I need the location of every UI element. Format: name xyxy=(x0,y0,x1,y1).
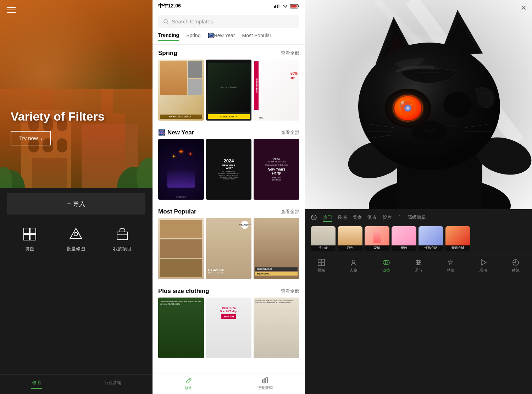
play-tool-icon xyxy=(480,259,487,266)
svg-rect-74 xyxy=(322,263,325,266)
left-bottom-section: + 导入 拼图 xyxy=(0,188,153,394)
template-card[interactable]: 2024 NEW YEAR PARTY DECEMBER 31 WITH SPE… xyxy=(206,139,252,200)
filter-flower-stalk[interactable]: 花椿 xyxy=(365,226,389,251)
filter-tab-none[interactable] xyxy=(311,213,317,222)
adjust-tool-icon xyxy=(415,259,422,266)
svg-rect-72 xyxy=(322,259,325,262)
filter-tab-retro[interactable]: 复古 xyxy=(367,213,377,222)
tool-stickers-label: 贴纸 xyxy=(512,268,520,273)
template-card[interactable]: ✦ ✦ ✦ Crowd scene xyxy=(158,139,204,200)
template-card[interactable]: 2024 HAPPY NEW YEAR Please Join Us To Ce… xyxy=(254,139,299,200)
filter-tab-food[interactable]: 美食 xyxy=(353,213,362,222)
filter-tool-icon xyxy=(382,259,390,266)
search-icon xyxy=(163,19,169,24)
spring-view-all[interactable]: 查看全部 xyxy=(281,50,299,56)
tab-newyear[interactable]: 🎆New Year xyxy=(208,32,235,41)
svg-rect-9 xyxy=(32,158,67,188)
batch-edit-action[interactable]: 批量修图 xyxy=(67,225,85,252)
template-card[interactable]: Fashion Model SPRING SALE ↗ xyxy=(206,60,252,121)
template-card[interactable]: +50%OFF UT JACKET WINTER EDITION xyxy=(206,218,252,279)
svg-marker-18 xyxy=(70,228,82,238)
nav-industry[interactable]: 行业营销 xyxy=(104,380,121,389)
spring-section-title: Spring xyxy=(158,50,177,57)
mid-nav-edit[interactable]: 修图 xyxy=(185,377,193,390)
tool-filter[interactable]: 滤镜 xyxy=(382,259,390,273)
svg-point-75 xyxy=(352,260,355,263)
left-bottom-nav: 修图 行业营销 xyxy=(0,374,153,394)
industry-nav-icon xyxy=(261,377,268,384)
filter-label: 怦然心动 xyxy=(419,245,443,251)
hero-title: Variety of Filters xyxy=(11,109,105,124)
tool-play[interactable]: 玩法 xyxy=(480,259,487,273)
template-card[interactable]: Plus Size · Special Today! · 20% Off xyxy=(206,298,252,359)
collage-icon xyxy=(21,225,39,243)
svg-point-19 xyxy=(74,232,78,236)
popular-section-title: Most Popular xyxy=(158,208,196,215)
template-card[interactable]: SPRING SALE 25% OFF xyxy=(158,60,204,121)
right-panel: ✕ 热门 质感 美食 复古 胶片 xyxy=(305,0,532,394)
bottom-tools-row: 模板 人像 滤镜 xyxy=(305,255,532,277)
filter-tab-quality[interactable]: 质感 xyxy=(338,213,347,222)
no-filter-icon xyxy=(311,214,317,221)
plus-view-all[interactable]: 查看全部 xyxy=(281,288,299,294)
batch-edit-icon xyxy=(67,225,85,243)
tool-portrait[interactable]: 人像 xyxy=(350,259,358,273)
filter-love-city[interactable]: 爱乐之城 xyxy=(445,226,470,251)
left-panel: Variety of Filters Try now › + 导入 xyxy=(0,0,153,394)
tool-portrait-label: 人像 xyxy=(350,268,358,273)
svg-line-30 xyxy=(167,23,168,24)
nav-industry-label: 行业营销 xyxy=(104,380,121,386)
hamburger-menu-icon[interactable] xyxy=(7,7,16,13)
filter-label: 爱乐之城 xyxy=(445,245,470,251)
filter-original[interactable]: 原色 xyxy=(338,226,362,251)
filter-label: 冷白皮 xyxy=(311,245,336,251)
filter-tab-film[interactable]: 胶片 xyxy=(382,213,392,222)
svg-rect-34 xyxy=(266,378,267,383)
svg-rect-22 xyxy=(274,6,275,8)
popular-template-grid: +50%OFF UT JACKET WINTER EDITION TRENCH … xyxy=(158,218,299,279)
discount-badge: +50%OFF xyxy=(241,221,249,229)
nav-edit-underline xyxy=(31,388,42,389)
plus-template-grid: This outfit is made for women with large… xyxy=(158,298,299,359)
tab-spring[interactable]: Spring xyxy=(186,32,200,41)
filter-tab-self[interactable]: 自 xyxy=(397,213,402,222)
hero-banner: Variety of Filters Try now › xyxy=(0,0,153,188)
tool-effects[interactable]: 特效 xyxy=(447,259,455,273)
popular-view-all[interactable]: 查看全部 xyxy=(281,209,299,215)
newyear-view-all[interactable]: 查看全部 xyxy=(281,129,299,136)
filter-heartbeat[interactable]: 怦然心动 xyxy=(419,226,443,251)
template-card[interactable]: SPRING FASHION 50%OFF DISC. xyxy=(254,60,299,121)
projects-label: 我的项目 xyxy=(113,246,132,252)
collage-label: 拼图 xyxy=(25,246,34,252)
template-card[interactable]: Unlock Your Style with Plus Size Fashion… xyxy=(254,298,299,359)
try-now-label: Try now xyxy=(19,135,38,141)
newyear-section-header: 🎆 New Year 查看全部 xyxy=(158,124,299,139)
filter-tab-trending[interactable]: 热门 xyxy=(323,213,332,222)
close-button[interactable]: ✕ xyxy=(521,4,527,12)
tab-trending[interactable]: Trending xyxy=(158,32,179,41)
filter-cherry-pink[interactable]: 樱粉 xyxy=(392,226,416,251)
search-bar[interactable]: Search templates xyxy=(158,15,299,28)
template-card[interactable]: TRENCH COAT SHOP NOW › xyxy=(254,218,299,279)
effects-tool-icon xyxy=(447,259,455,266)
mid-nav-edit-label: 修图 xyxy=(185,385,193,390)
filter-cold-white[interactable]: 冷白皮 xyxy=(311,226,336,251)
mid-nav-industry[interactable]: 行业营销 xyxy=(257,377,273,390)
spring-section-header: Spring 查看全部 xyxy=(158,45,299,60)
import-button[interactable]: + 导入 xyxy=(7,193,145,215)
try-now-button[interactable]: Try now › xyxy=(11,131,51,145)
collage-action[interactable]: 拼图 xyxy=(21,225,39,252)
template-card[interactable]: This outfit is made for women with large… xyxy=(158,298,204,359)
nav-edit[interactable]: 修图 xyxy=(31,380,42,389)
tool-template[interactable]: 模板 xyxy=(317,259,325,273)
quick-actions-row: 拼图 批量修图 我 xyxy=(0,220,153,256)
tool-adjust[interactable]: 调节 xyxy=(415,259,422,273)
projects-action[interactable]: 我的项目 xyxy=(113,225,132,252)
tool-stickers[interactable]: 贴纸 xyxy=(512,259,520,273)
filter-tab-advanced[interactable]: 高级编辑 xyxy=(408,213,426,222)
template-tool-icon xyxy=(317,259,325,266)
tab-popular[interactable]: Most Popular xyxy=(242,32,271,41)
template-card[interactable] xyxy=(158,218,204,279)
status-time: 中午12:06 xyxy=(158,3,181,9)
newyear-section-title: 🎆 New Year xyxy=(158,129,194,136)
